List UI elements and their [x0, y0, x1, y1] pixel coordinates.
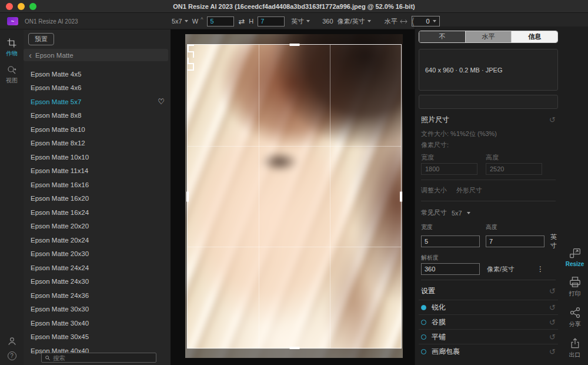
panel-collapse-handle[interactable]: ⟨: [411, 16, 415, 27]
module-export[interactable]: 出口: [569, 337, 581, 359]
crop-handle-bottom-left[interactable]: [188, 58, 194, 64]
settings-label: 谷膜: [432, 317, 544, 327]
preset-item[interactable]: Epson Matte 30x45 ♡: [24, 330, 171, 344]
crop-height-input[interactable]: [258, 16, 285, 26]
pixel-width-value: 1800: [421, 163, 477, 175]
settings-row[interactable]: 平铺 ↺: [419, 329, 558, 344]
resolution-units-dropdown[interactable]: 像素/英寸: [338, 17, 371, 26]
preset-item[interactable]: Epson Matte 4x6 ♡: [24, 81, 171, 95]
canvas-area[interactable]: [171, 29, 415, 365]
crop-handle-top[interactable]: [289, 44, 299, 46]
preset-item[interactable]: Epson Matte 20x30 ♡: [24, 247, 171, 261]
preset-item[interactable]: Epson Matte 4x5 ♡: [24, 67, 171, 81]
module-print[interactable]: 打印: [569, 276, 582, 298]
doc-height-label: 高度: [486, 223, 550, 231]
settings-row[interactable]: 画廊包裹 ↺: [419, 344, 558, 359]
doc-height-input[interactable]: [486, 235, 544, 247]
preset-item[interactable]: Epson Matte 30x40 ♡: [24, 316, 171, 330]
common-size-dropdown[interactable]: 常见尺寸 5x7: [419, 206, 558, 220]
zoom-window-button[interactable]: [29, 3, 36, 10]
crop-handle-bottom[interactable]: [289, 347, 299, 349]
preset-item[interactable]: Epson Matte 8x12 ♡: [24, 137, 171, 151]
crop-box[interactable]: [187, 44, 402, 349]
photo-size-title: 照片尺寸: [421, 115, 449, 125]
reset-icon[interactable]: ↺: [549, 287, 556, 296]
reset-icon[interactable]: ↺: [549, 347, 556, 356]
user-account-icon[interactable]: [7, 336, 17, 346]
resize-mode-tab[interactable]: 调整大小: [421, 186, 447, 195]
preset-item[interactable]: Epson Matte 8x10 ♡: [24, 122, 171, 137]
crop-tool-button[interactable]: 作物: [6, 38, 18, 58]
resize-module-label: Resize: [566, 261, 584, 267]
preset-item[interactable]: Epson Matte 11x14 ♡: [24, 164, 171, 178]
chevron-down-icon: [185, 20, 188, 22]
tool-rail: 作物 视图 ?: [0, 29, 24, 365]
preset-label: Epson Matte 4x6: [31, 84, 81, 91]
crop-preset-dropdown[interactable]: 5x7: [172, 18, 188, 25]
dimensions-mode-tab[interactable]: 外形尺寸: [456, 186, 482, 195]
preset-item[interactable]: Epson Matte 10x10 ♡: [24, 150, 171, 164]
preset-item[interactable]: Epson Matte 24x36 ♡: [24, 288, 171, 303]
preset-item[interactable]: Epson Matte 24x24 ♡: [24, 261, 171, 275]
share-icon: [569, 307, 581, 318]
heart-icon[interactable]: ♡: [158, 97, 165, 106]
crop-handle-left[interactable]: [186, 191, 189, 201]
reset-icon[interactable]: ↺: [549, 115, 556, 124]
toggle-circle-icon[interactable]: [421, 320, 426, 325]
minimize-window-button[interactable]: [18, 3, 25, 10]
crop-grid-line: [330, 45, 330, 348]
export-icon: [569, 337, 581, 349]
crop-width-input[interactable]: [207, 16, 234, 26]
file-size-line: 文件大小: %1%2位 (%3%): [419, 128, 558, 140]
crop-handle-bottom-right[interactable]: [188, 64, 194, 71]
close-window-button[interactable]: [6, 3, 13, 10]
doc-width-input[interactable]: [421, 235, 480, 247]
preset-group-header[interactable]: ‹ Epson Matte: [24, 49, 168, 61]
reset-icon[interactable]: ↺: [549, 318, 556, 327]
toggle-circle-icon[interactable]: [421, 305, 426, 310]
preset-item[interactable]: Epson Matte 24x30 ♡: [24, 275, 171, 289]
preset-item[interactable]: Epson Matte 5x7 ♡: [24, 95, 171, 109]
crop-handle-top-left[interactable]: [188, 45, 194, 51]
settings-list: 锐化 ↺ 谷膜 ↺ 平铺 ↺ 画廊包裹 ↺: [419, 300, 558, 359]
toggle-circle-icon[interactable]: [421, 334, 426, 340]
resolution-input[interactable]: [421, 263, 480, 275]
preset-item[interactable]: Epson Matte 30x30 ♡: [24, 303, 171, 317]
preset-label: Epson Matte 16x24: [31, 209, 89, 216]
toggle-circle-icon[interactable]: [421, 349, 426, 354]
preset-item[interactable]: Epson Matte 20x20 ♡: [24, 220, 171, 234]
angle-input[interactable]: 0: [412, 16, 440, 26]
module-resize[interactable]: Resize: [566, 247, 584, 267]
link-dots-icon[interactable]: ⋮: [537, 265, 544, 273]
photo-preview[interactable]: [185, 34, 403, 358]
preset-item[interactable]: Epson Matte 16x20 ♡: [24, 192, 171, 206]
crop-handle-top-right[interactable]: [188, 51, 194, 58]
crop-handle-right[interactable]: [400, 191, 402, 201]
swap-dimensions-icon[interactable]: ⇄: [238, 17, 245, 26]
search-input[interactable]: [53, 354, 153, 361]
preset-item[interactable]: Epson Matte 20x24 ♡: [24, 233, 171, 247]
resolution-units-label: 像素/英寸: [487, 265, 514, 274]
crop-grid-line: [188, 247, 401, 247]
tab-level[interactable]: 水平: [466, 31, 512, 42]
reset-icon[interactable]: ↺: [549, 333, 556, 341]
module-share[interactable]: 分享: [569, 307, 581, 328]
settings-label: 锐化: [432, 303, 544, 313]
reset-icon[interactable]: ↺: [549, 303, 556, 312]
preset-label: Epson Matte 11x14: [31, 167, 88, 174]
view-tool-button[interactable]: 视图: [6, 65, 18, 85]
help-icon[interactable]: ?: [8, 351, 16, 360]
units-dropdown[interactable]: 英寸: [291, 17, 310, 26]
export-module-label: 出口: [569, 351, 581, 359]
settings-row[interactable]: 锐化 ↺: [419, 300, 558, 314]
info-panel: 不 水平 信息 640 x 960 · 0.2 MB · JPEG 照片尺寸 ↺…: [415, 26, 562, 365]
preset-item[interactable]: Epson Matte 16x16 ♡: [24, 178, 171, 192]
preset-search[interactable]: [41, 353, 156, 363]
tab-none[interactable]: 不: [419, 31, 466, 42]
preset-item[interactable]: Epson Matte 16x24 ♡: [24, 205, 171, 220]
preset-item[interactable]: Epson Matte 8x8 ♡: [24, 109, 171, 123]
settings-row[interactable]: 谷膜 ↺: [419, 314, 558, 329]
tab-info[interactable]: 信息: [512, 31, 557, 42]
presets-tab-button[interactable]: 预置: [28, 33, 54, 45]
preset-label: Epson Matte 8x8: [31, 112, 81, 119]
